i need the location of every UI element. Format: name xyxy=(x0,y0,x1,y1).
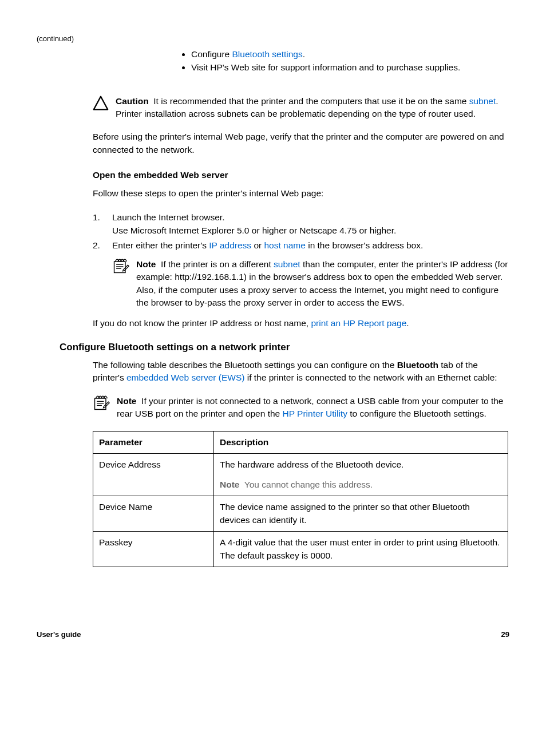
bluetooth-settings-link[interactable]: Bluetooth settings xyxy=(232,49,303,59)
desc-note-text: You cannot change this address. xyxy=(244,480,373,489)
desc-device-name: The device name assigned to the printer … xyxy=(214,496,508,532)
inner-note-label: Note xyxy=(136,259,156,269)
step-2-mid: or xyxy=(251,240,264,250)
caution-subnet-link[interactable]: subnet xyxy=(469,96,496,106)
caution-label: Caution xyxy=(116,96,149,106)
ip-address-link[interactable]: IP address xyxy=(209,240,251,250)
step-2-post: in the browser's address box. xyxy=(306,240,423,250)
col-description: Description xyxy=(214,431,508,453)
inner-note-pre: If the printer is on a different xyxy=(161,259,274,269)
configure-bluetooth-heading: Configure Bluetooth settings on a networ… xyxy=(60,342,509,353)
if-not-know-pre: If you do not know the printer IP addres… xyxy=(93,318,311,328)
step-2-pre: Enter either the printer's xyxy=(112,240,209,250)
step-2: 2. Enter either the printer's IP address… xyxy=(93,239,509,252)
param-device-name: Device Name xyxy=(93,496,214,532)
section-bold: Bluetooth xyxy=(397,360,438,370)
col-parameter: Parameter xyxy=(93,431,214,453)
caution-icon xyxy=(93,95,109,113)
step-1: 1. Launch the Internet browser. Use Micr… xyxy=(93,211,509,238)
step-2-number: 2. xyxy=(93,239,112,252)
top-bullets: Configure Bluetooth settings. Visit HP's… xyxy=(180,48,509,74)
footer-page-number: 29 xyxy=(501,630,509,639)
if-not-know-para: If you do not know the printer IP addres… xyxy=(93,317,509,330)
section-note-callout: Note If your printer is not connected to… xyxy=(93,395,509,421)
desc-device-address: The hardware address of the Bluetooth de… xyxy=(214,454,508,496)
bullet-visit-hp: Visit HP's Web site for support informat… xyxy=(191,61,509,74)
section-intro-para: The following table describes the Blueto… xyxy=(93,359,509,385)
step-1-line2: Use Microsoft Internet Explorer 5.0 or h… xyxy=(112,225,396,235)
follow-steps-para: Follow these steps to open the printer's… xyxy=(93,187,509,200)
bullet-suffix: . xyxy=(303,49,305,59)
ews-link[interactable]: embedded Web server (EWS) xyxy=(126,373,244,382)
step-1-line1: Launch the Internet browser. xyxy=(112,212,224,222)
step-1-number: 1. xyxy=(93,211,112,238)
section-note-label: Note xyxy=(117,396,136,406)
table-row: Device Address The hardware address of t… xyxy=(93,454,508,496)
desc-text: The hardware address of the Bluetooth de… xyxy=(220,458,502,471)
continued-label: (continued) xyxy=(37,34,509,43)
note-icon xyxy=(93,395,110,413)
print-hp-report-link[interactable]: print an HP Report page xyxy=(311,318,406,328)
caution-callout: Caution It is recommended that the print… xyxy=(93,95,509,121)
bullet-text: Configure xyxy=(191,49,232,59)
if-not-know-post: . xyxy=(406,318,409,328)
inner-note-subnet-link[interactable]: subnet xyxy=(274,259,300,269)
param-passkey: Passkey xyxy=(93,532,214,567)
caution-pre: It is recommended that the printer and t… xyxy=(153,96,469,106)
section-note-post: to configure the Bluetooth settings. xyxy=(347,409,486,418)
table-row: Device Name The device name assigned to … xyxy=(93,496,508,532)
page-footer: User's guide 29 xyxy=(37,630,509,639)
bullet-configure-bluetooth: Configure Bluetooth settings. xyxy=(191,48,509,61)
desc-note-label: Note xyxy=(220,480,239,489)
param-device-address: Device Address xyxy=(93,454,214,496)
desc-passkey: A 4-digit value that the user must enter… xyxy=(214,532,508,567)
steps-list: 1. Launch the Internet browser. Use Micr… xyxy=(93,211,509,252)
section-post: if the printer is connected to the netwo… xyxy=(244,373,497,382)
table-header-row: Parameter Description xyxy=(93,431,508,453)
host-name-link[interactable]: host name xyxy=(264,240,305,250)
bluetooth-params-table: Parameter Description Device Address The… xyxy=(93,431,508,567)
footer-left: User's guide xyxy=(37,630,81,639)
hp-printer-utility-link[interactable]: HP Printer Utility xyxy=(283,409,347,418)
note-icon xyxy=(112,258,129,276)
before-using-para: Before using the printer's internal Web … xyxy=(93,130,509,156)
section-pre: The following table describes the Blueto… xyxy=(93,360,397,370)
open-ews-heading: Open the embedded Web server xyxy=(93,170,509,180)
table-row: Passkey A 4-digit value that the user mu… xyxy=(93,532,508,567)
inner-note-callout: Note If the printer is on a different su… xyxy=(112,258,509,310)
